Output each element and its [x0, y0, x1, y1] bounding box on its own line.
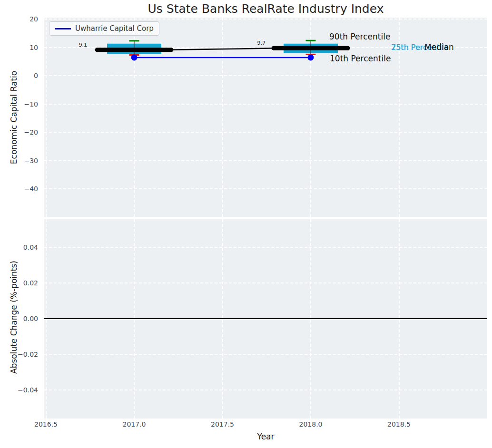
- x-tick-label: 2016.5: [30, 420, 63, 428]
- x-tick-label: 2018.5: [383, 420, 416, 428]
- gridline: [44, 390, 487, 390]
- y-tick-label: 0.04: [4, 243, 38, 252]
- p90-annotation: 90th Percentile: [329, 32, 390, 41]
- gridline: [44, 247, 487, 248]
- p10-annotation: 10th Percentile: [330, 54, 391, 63]
- x-tick-label: 2017.0: [118, 420, 151, 428]
- legend: Uwharrie Capital Corp: [49, 21, 159, 36]
- bottom-plot-area: [44, 219, 487, 419]
- gridline: [44, 354, 487, 355]
- figure: Us State Banks RealRate Industry Index E…: [0, 0, 492, 448]
- y-tick-label: −30: [4, 156, 38, 166]
- y-tick-label: 10: [4, 43, 38, 52]
- y-tick-label: −0.02: [4, 350, 38, 359]
- y-tick-label: −40: [4, 184, 38, 194]
- gridline: [44, 282, 487, 283]
- top-y-axis-label: Economic Capital Ratio: [9, 70, 19, 165]
- zero-line: [44, 318, 487, 319]
- y-tick-label: −0.04: [4, 385, 38, 395]
- x-tick-label: 2017.5: [206, 420, 239, 428]
- company-marker-2017: [131, 54, 138, 60]
- y-tick-label: 0: [4, 71, 38, 80]
- median-value-2018: 9.7: [242, 39, 266, 48]
- y-tick-label: 0.00: [4, 314, 38, 323]
- y-tick-label: −20: [4, 127, 38, 137]
- x-axis-label: Year: [44, 432, 487, 441]
- company-marker-2018: [308, 54, 314, 60]
- legend-label: Uwharrie Capital Corp: [75, 24, 154, 33]
- x-tick-label: 2018.0: [294, 420, 327, 428]
- y-tick-label: −10: [4, 99, 38, 109]
- median-connector: [170, 48, 275, 50]
- chart-title: Us State Banks RealRate Industry Index: [44, 2, 487, 16]
- y-tick-label: 0.02: [4, 278, 38, 288]
- top-plot-area: Uwharrie Capital Corp 9.1 9.7 90th Perce…: [44, 18, 487, 217]
- median-value-2017: 9.1: [63, 41, 87, 49]
- y-tick-label: 20: [4, 14, 38, 24]
- median-annotation: Median: [424, 43, 454, 51]
- legend-line-sample: [55, 28, 71, 29]
